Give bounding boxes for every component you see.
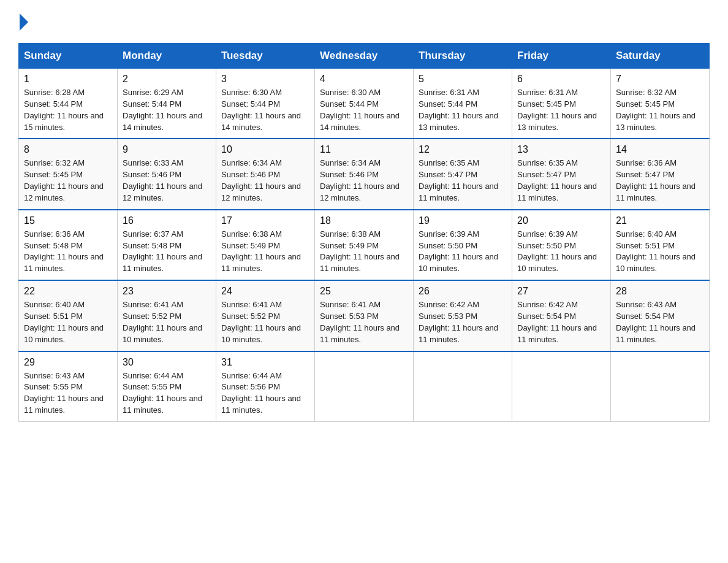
day-number: 25: [320, 286, 408, 297]
day-info: Sunrise: 6:30 AMSunset: 5:44 PMDaylight:…: [221, 87, 309, 133]
calendar-cell: 17Sunrise: 6:38 AMSunset: 5:49 PMDayligh…: [216, 210, 315, 280]
day-info: Sunrise: 6:34 AMSunset: 5:46 PMDaylight:…: [221, 158, 309, 204]
col-header-wednesday: Wednesday: [315, 44, 414, 69]
day-info: Sunrise: 6:36 AMSunset: 5:48 PMDaylight:…: [24, 229, 112, 275]
day-info: Sunrise: 6:39 AMSunset: 5:50 PMDaylight:…: [419, 229, 507, 275]
col-header-friday: Friday: [512, 44, 611, 69]
day-number: 22: [24, 286, 112, 297]
day-info: Sunrise: 6:40 AMSunset: 5:51 PMDaylight:…: [24, 299, 112, 345]
calendar-cell: 25Sunrise: 6:41 AMSunset: 5:53 PMDayligh…: [315, 280, 414, 351]
calendar-cell: 16Sunrise: 6:37 AMSunset: 5:48 PMDayligh…: [118, 210, 216, 280]
day-info: Sunrise: 6:35 AMSunset: 5:47 PMDaylight:…: [419, 158, 507, 204]
logo-arrow-icon: [20, 13, 28, 31]
calendar-cell: 3Sunrise: 6:30 AMSunset: 5:44 PMDaylight…: [216, 69, 315, 139]
col-header-monday: Monday: [118, 44, 216, 69]
calendar-cell: 29Sunrise: 6:43 AMSunset: 5:55 PMDayligh…: [19, 351, 118, 422]
day-info: Sunrise: 6:33 AMSunset: 5:46 PMDaylight:…: [123, 158, 211, 204]
calendar-header-row: SundayMondayTuesdayWednesdayThursdayFrid…: [19, 44, 710, 69]
calendar-cell: 20Sunrise: 6:39 AMSunset: 5:50 PMDayligh…: [512, 210, 611, 280]
day-number: 13: [517, 144, 605, 155]
day-info: Sunrise: 6:40 AMSunset: 5:51 PMDaylight:…: [616, 229, 704, 275]
day-info: Sunrise: 6:37 AMSunset: 5:48 PMDaylight:…: [123, 229, 211, 275]
day-info: Sunrise: 6:31 AMSunset: 5:45 PMDaylight:…: [517, 87, 605, 133]
calendar-week-row: 29Sunrise: 6:43 AMSunset: 5:55 PMDayligh…: [19, 351, 710, 422]
day-info: Sunrise: 6:28 AMSunset: 5:44 PMDaylight:…: [24, 87, 112, 133]
day-number: 19: [419, 215, 507, 226]
calendar-table: SundayMondayTuesdayWednesdayThursdayFrid…: [18, 43, 710, 422]
day-number: 4: [320, 74, 408, 85]
calendar-cell: [611, 351, 710, 422]
day-info: Sunrise: 6:39 AMSunset: 5:50 PMDaylight:…: [517, 229, 605, 275]
calendar-cell: 6Sunrise: 6:31 AMSunset: 5:45 PMDaylight…: [512, 69, 611, 139]
calendar-cell: 11Sunrise: 6:34 AMSunset: 5:46 PMDayligh…: [315, 139, 414, 209]
day-number: 24: [221, 286, 309, 297]
col-header-saturday: Saturday: [611, 44, 710, 69]
calendar-cell: 12Sunrise: 6:35 AMSunset: 5:47 PMDayligh…: [414, 139, 512, 209]
calendar-week-row: 22Sunrise: 6:40 AMSunset: 5:51 PMDayligh…: [19, 280, 710, 351]
day-info: Sunrise: 6:31 AMSunset: 5:44 PMDaylight:…: [419, 87, 507, 133]
day-info: Sunrise: 6:44 AMSunset: 5:56 PMDaylight:…: [221, 370, 309, 416]
day-info: Sunrise: 6:38 AMSunset: 5:49 PMDaylight:…: [221, 229, 309, 275]
calendar-cell: [512, 351, 611, 422]
calendar-week-row: 15Sunrise: 6:36 AMSunset: 5:48 PMDayligh…: [19, 210, 710, 280]
calendar-cell: 5Sunrise: 6:31 AMSunset: 5:44 PMDaylight…: [414, 69, 512, 139]
day-number: 12: [419, 144, 507, 155]
day-info: Sunrise: 6:34 AMSunset: 5:46 PMDaylight:…: [320, 158, 408, 204]
day-number: 7: [616, 74, 704, 85]
col-header-tuesday: Tuesday: [216, 44, 315, 69]
day-number: 20: [517, 215, 605, 226]
calendar-cell: 8Sunrise: 6:32 AMSunset: 5:45 PMDaylight…: [19, 139, 118, 209]
day-info: Sunrise: 6:30 AMSunset: 5:44 PMDaylight:…: [320, 87, 408, 133]
col-header-sunday: Sunday: [19, 44, 118, 69]
day-number: 27: [517, 286, 605, 297]
day-number: 26: [419, 286, 507, 297]
day-info: Sunrise: 6:41 AMSunset: 5:52 PMDaylight:…: [123, 299, 211, 345]
day-number: 28: [616, 286, 704, 297]
calendar-cell: 30Sunrise: 6:44 AMSunset: 5:55 PMDayligh…: [118, 351, 216, 422]
day-info: Sunrise: 6:43 AMSunset: 5:54 PMDaylight:…: [616, 299, 704, 345]
day-number: 29: [24, 357, 112, 368]
calendar-cell: 23Sunrise: 6:41 AMSunset: 5:52 PMDayligh…: [118, 280, 216, 351]
col-header-thursday: Thursday: [414, 44, 512, 69]
day-info: Sunrise: 6:42 AMSunset: 5:53 PMDaylight:…: [419, 299, 507, 345]
calendar-cell: 10Sunrise: 6:34 AMSunset: 5:46 PMDayligh…: [216, 139, 315, 209]
day-number: 5: [419, 74, 507, 85]
day-info: Sunrise: 6:32 AMSunset: 5:45 PMDaylight:…: [24, 158, 112, 204]
day-number: 6: [517, 74, 605, 85]
calendar-cell: 2Sunrise: 6:29 AMSunset: 5:44 PMDaylight…: [118, 69, 216, 139]
day-number: 11: [320, 144, 408, 155]
day-info: Sunrise: 6:29 AMSunset: 5:44 PMDaylight:…: [123, 87, 211, 133]
day-number: 10: [221, 144, 309, 155]
calendar-cell: 13Sunrise: 6:35 AMSunset: 5:47 PMDayligh…: [512, 139, 611, 209]
calendar-cell: 27Sunrise: 6:42 AMSunset: 5:54 PMDayligh…: [512, 280, 611, 351]
day-number: 15: [24, 215, 112, 226]
calendar-cell: 26Sunrise: 6:42 AMSunset: 5:53 PMDayligh…: [414, 280, 512, 351]
day-number: 8: [24, 144, 112, 155]
day-number: 23: [123, 286, 211, 297]
calendar-cell: 7Sunrise: 6:32 AMSunset: 5:45 PMDaylight…: [611, 69, 710, 139]
calendar-cell: 18Sunrise: 6:38 AMSunset: 5:49 PMDayligh…: [315, 210, 414, 280]
calendar-week-row: 1Sunrise: 6:28 AMSunset: 5:44 PMDaylight…: [19, 69, 710, 139]
day-info: Sunrise: 6:35 AMSunset: 5:47 PMDaylight:…: [517, 158, 605, 204]
calendar-cell: 15Sunrise: 6:36 AMSunset: 5:48 PMDayligh…: [19, 210, 118, 280]
day-info: Sunrise: 6:32 AMSunset: 5:45 PMDaylight:…: [616, 87, 704, 133]
day-number: 17: [221, 215, 309, 226]
day-info: Sunrise: 6:41 AMSunset: 5:52 PMDaylight:…: [221, 299, 309, 345]
day-number: 3: [221, 74, 309, 85]
page-header: [18, 12, 710, 31]
day-number: 31: [221, 357, 309, 368]
calendar-cell: 9Sunrise: 6:33 AMSunset: 5:46 PMDaylight…: [118, 139, 216, 209]
calendar-cell: 14Sunrise: 6:36 AMSunset: 5:47 PMDayligh…: [611, 139, 710, 209]
day-number: 21: [616, 215, 704, 226]
calendar-cell: 31Sunrise: 6:44 AMSunset: 5:56 PMDayligh…: [216, 351, 315, 422]
day-info: Sunrise: 6:41 AMSunset: 5:53 PMDaylight:…: [320, 299, 408, 345]
day-number: 16: [123, 215, 211, 226]
calendar-cell: 19Sunrise: 6:39 AMSunset: 5:50 PMDayligh…: [414, 210, 512, 280]
day-info: Sunrise: 6:42 AMSunset: 5:54 PMDaylight:…: [517, 299, 605, 345]
day-number: 30: [123, 357, 211, 368]
calendar-cell: [414, 351, 512, 422]
day-number: 9: [123, 144, 211, 155]
calendar-cell: 28Sunrise: 6:43 AMSunset: 5:54 PMDayligh…: [611, 280, 710, 351]
calendar-cell: 21Sunrise: 6:40 AMSunset: 5:51 PMDayligh…: [611, 210, 710, 280]
day-info: Sunrise: 6:44 AMSunset: 5:55 PMDaylight:…: [123, 370, 211, 416]
